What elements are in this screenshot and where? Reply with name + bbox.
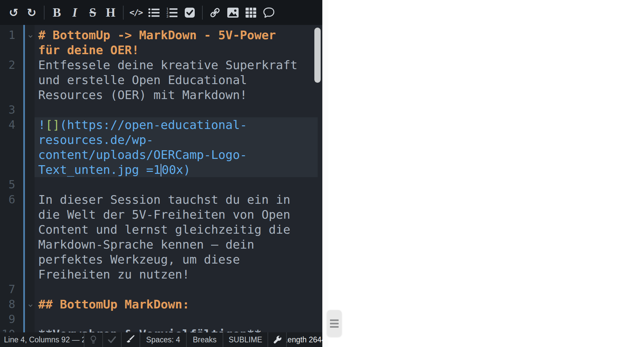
svg-text:3: 3 xyxy=(166,15,168,18)
code-editor[interactable]: 1⌄# BottomUp -> MarkDown - 5V-Powerfür d… xyxy=(0,25,322,332)
editor-scrollbar-thumb[interactable] xyxy=(314,28,321,83)
line-number: 4 xyxy=(0,117,15,132)
pane-resize-handle[interactable] xyxy=(327,310,342,337)
editor-line[interactable]: 8⌄## BottomUp MarkDown: xyxy=(0,297,322,312)
redo-button[interactable]: ↻ xyxy=(23,0,41,25)
preview-pane: CHANGED A FEW SECONDS AGO xyxy=(328,0,644,347)
editor-pane: ↺ ↻ B I S H </> 1 2 3 xyxy=(0,0,322,347)
code-token: In dieser Session tauchst du ein in xyxy=(38,193,290,206)
line-number: 1 xyxy=(0,28,15,43)
editor-line[interactable]: für deine OER! xyxy=(0,43,322,58)
editor-line[interactable]: und erstelle Open Educational xyxy=(0,72,322,87)
undo-icon: ↺ xyxy=(9,6,19,19)
night-mode-toggle[interactable] xyxy=(89,335,98,344)
wrench-icon xyxy=(272,335,282,344)
code-token: Entfessele deine kreative Superkraft xyxy=(38,58,297,72)
insert-table-button[interactable] xyxy=(242,0,260,25)
editor-statusbar: Line 4, Columns 92 — 21 xyxy=(0,332,322,347)
code-token: 00x) xyxy=(161,163,190,176)
paintbrush-icon xyxy=(126,335,135,344)
code-token: (https://open-educational- xyxy=(60,118,247,132)
code-block-button[interactable]: </> xyxy=(127,0,145,25)
code-token: Freiheiten zu nutzen! xyxy=(38,268,189,281)
insert-link-button[interactable] xyxy=(206,0,224,25)
bold-button[interactable]: B xyxy=(48,0,66,25)
toolbar-separator xyxy=(123,6,124,20)
toolbar-separator xyxy=(202,6,203,20)
editor-line[interactable]: Freiheiten zu nutzen! xyxy=(0,267,322,282)
code-token: für deine OER! xyxy=(38,43,139,57)
lightbulb-icon xyxy=(89,335,98,344)
code-token: perfektes Werkzeug, um diese xyxy=(38,253,240,266)
italic-button[interactable]: I xyxy=(66,0,84,25)
editor-toolbar: ↺ ↻ B I S H </> 1 2 3 xyxy=(0,0,322,25)
fold-chevron-icon[interactable]: ⌄ xyxy=(27,297,34,311)
numbered-list-icon: 1 2 3 xyxy=(166,7,177,18)
cursor-position-label: Line 4, Columns 92 — 21 xyxy=(0,332,84,347)
toolbar-separator xyxy=(44,6,45,20)
line-number: 3 xyxy=(0,102,15,117)
code-token: Markdown-Sprache kennen – dein xyxy=(38,238,254,251)
strikethrough-button[interactable]: S xyxy=(84,0,102,25)
code-token: # BottomUp -> MarkDown - 5V-Power xyxy=(38,28,276,42)
handle-bar xyxy=(330,319,339,321)
linebreak-setting-button[interactable]: Breaks xyxy=(193,335,217,344)
line-number: 2 xyxy=(0,58,15,72)
code-token: ## BottomUp MarkDown: xyxy=(38,297,189,311)
undo-button[interactable]: ↺ xyxy=(5,0,23,25)
handle-bar xyxy=(330,323,339,324)
keymap-setting-button[interactable]: SUBLIME xyxy=(229,335,262,344)
preferences-button[interactable] xyxy=(272,335,282,344)
editor-line[interactable]: Markdown-Sprache kennen – dein xyxy=(0,237,322,252)
editor-line[interactable]: content/uploads/OERCamp-Logo- xyxy=(0,147,322,162)
editor-line[interactable]: resources.de/wp- xyxy=(0,132,322,147)
bold-icon: B xyxy=(53,5,61,20)
editor-line[interactable]: 3 xyxy=(0,102,322,117)
svg-text:1: 1 xyxy=(166,7,168,11)
editor-line[interactable]: 6In dieser Session tauchst du ein in xyxy=(0,192,322,207)
code-token: und erstelle Open Educational xyxy=(38,73,247,87)
spellcheck-toggle[interactable] xyxy=(107,336,117,344)
editor-line[interactable]: Content und lernst gleichzeitig die xyxy=(0,222,322,237)
numbered-list-button[interactable]: 1 2 3 xyxy=(163,0,181,25)
comment-icon xyxy=(263,7,275,18)
editor-line[interactable]: Resources (OER) mit Markdown! xyxy=(0,87,322,102)
insert-image-button[interactable] xyxy=(224,0,242,25)
code-token: Resources (OER) mit Markdown! xyxy=(38,88,247,102)
line-number: 7 xyxy=(0,282,15,297)
svg-text:2: 2 xyxy=(166,11,168,15)
checklist-button[interactable] xyxy=(181,0,199,25)
editor-line[interactable]: 7 xyxy=(0,282,322,297)
heading-button[interactable]: H xyxy=(102,0,120,25)
code-token: [] xyxy=(46,118,60,132)
comment-button[interactable] xyxy=(260,0,278,25)
handle-bar xyxy=(330,326,339,328)
code-icon: </> xyxy=(129,8,142,17)
theme-button[interactable] xyxy=(126,335,135,344)
image-icon xyxy=(227,7,239,18)
editor-line[interactable]: 1⌄# BottomUp -> MarkDown - 5V-Power xyxy=(0,28,322,43)
editor-line[interactable]: 4![](https://open-educational- xyxy=(0,117,322,132)
editor-line[interactable]: die Welt der 5V-Freiheiten von Open xyxy=(0,207,322,222)
code-token: content/uploads/OERCamp-Logo- xyxy=(38,148,247,162)
code-token: ! xyxy=(38,118,46,132)
editor-line[interactable]: Text_unten.jpg =100x) xyxy=(0,162,322,177)
editor-line[interactable]: 5 xyxy=(0,177,322,192)
editor-line[interactable]: 9 xyxy=(0,312,322,327)
line-number: 8 xyxy=(0,297,15,312)
editor-line[interactable]: 10**Verwahren & Vervielfältigen** xyxy=(0,327,322,332)
editor-lines: 1⌄# BottomUp -> MarkDown - 5V-Powerfür d… xyxy=(0,28,322,332)
fold-chevron-icon[interactable]: ⌄ xyxy=(27,28,34,42)
indent-setting-button[interactable]: Spaces: 4 xyxy=(146,335,180,344)
editor-line[interactable]: 2Entfessele deine kreative Superkraft xyxy=(0,58,322,72)
line-number: 5 xyxy=(0,177,15,192)
italic-icon: I xyxy=(72,5,77,20)
heading-icon: H xyxy=(106,5,116,20)
code-token: die Welt der 5V-Freiheiten von Open xyxy=(38,208,290,221)
line-number: 9 xyxy=(0,312,15,327)
checklist-icon xyxy=(184,7,195,18)
line-number: 6 xyxy=(0,192,15,207)
table-icon xyxy=(245,7,257,18)
editor-line[interactable]: perfektes Werkzeug, um diese xyxy=(0,252,322,267)
bullet-list-button[interactable] xyxy=(145,0,163,25)
